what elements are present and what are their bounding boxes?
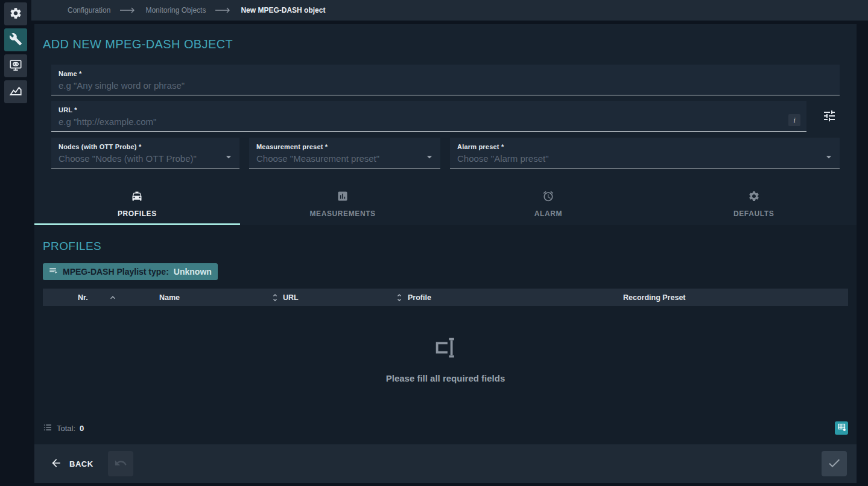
breadcrumb-arrow-icon bbox=[215, 7, 231, 13]
column-header-profile: Profile bbox=[408, 293, 431, 302]
back-button[interactable]: BACK bbox=[50, 457, 93, 471]
sort-icon[interactable] bbox=[394, 293, 404, 302]
sidebar-item-settings[interactable] bbox=[4, 2, 27, 25]
empty-state-message: Please fill all required fields bbox=[386, 373, 505, 383]
chevron-down-icon bbox=[223, 151, 235, 165]
input-cursor-icon bbox=[432, 334, 460, 364]
action-bar: BACK bbox=[34, 444, 857, 483]
column-header-name[interactable]: Name bbox=[159, 293, 180, 302]
monitor-eye-icon bbox=[9, 59, 22, 74]
measurement-preset-placeholder: Choose "Measurement preset" bbox=[256, 153, 433, 164]
alarm-clock-icon bbox=[542, 190, 554, 204]
tab-defaults[interactable]: DEFAULTS bbox=[651, 183, 857, 225]
playlist-icon bbox=[49, 266, 58, 277]
playlist-type-value: Unknown bbox=[174, 267, 212, 277]
arrow-left-icon bbox=[50, 457, 62, 471]
settings-gear-icon bbox=[9, 7, 22, 22]
tab-profiles[interactable]: PROFILES bbox=[34, 183, 240, 225]
preset-selects-row: Nodes (with OTT Probe) * Choose "Nodes (… bbox=[51, 138, 840, 168]
column-header-recording-preset: Recording Preset bbox=[623, 293, 686, 302]
chevron-down-icon bbox=[423, 151, 436, 165]
playlist-type-badge[interactable]: MPEG-DASH Playlist type: Unknown bbox=[43, 263, 218, 280]
section-tabs: PROFILES MEASUREMENTS ALARM DEFAULTS bbox=[34, 183, 857, 225]
sidebar-item-configuration-tools[interactable] bbox=[4, 28, 27, 51]
url-label: URL * bbox=[59, 106, 799, 114]
nodes-placeholder: Choose "Nodes (with OTT Probe)" bbox=[59, 153, 232, 164]
taxi-car-icon bbox=[131, 190, 143, 204]
table-settings-button[interactable] bbox=[835, 421, 848, 435]
tab-defaults-label: DEFAULTS bbox=[733, 209, 774, 218]
main-panel: ADD NEW MPEG-DASH OBJECT Name * URL * i … bbox=[34, 24, 857, 483]
name-input[interactable] bbox=[59, 80, 794, 91]
profiles-heading: PROFILES bbox=[43, 240, 848, 253]
back-button-label: BACK bbox=[69, 459, 93, 468]
total-counter: Total: 0 bbox=[43, 423, 84, 434]
name-label: Name * bbox=[59, 70, 832, 77]
empty-state: Please fill all required fields bbox=[43, 334, 848, 383]
info-icon: i bbox=[793, 115, 796, 125]
tab-measurements[interactable]: MEASUREMENTS bbox=[240, 183, 446, 225]
tab-profiles-label: PROFILES bbox=[118, 209, 157, 218]
alarm-preset-label: Alarm preset * bbox=[457, 143, 832, 150]
tab-alarm-label: ALARM bbox=[534, 209, 562, 218]
playlist-type-label: MPEG-DASH Playlist type: bbox=[63, 267, 169, 277]
table-footer: Total: 0 bbox=[43, 421, 848, 444]
chevron-down-icon bbox=[823, 151, 835, 165]
url-input[interactable] bbox=[59, 117, 762, 127]
list-icon bbox=[43, 423, 52, 434]
url-field: URL * i bbox=[51, 101, 806, 132]
sort-ascending-icon[interactable] bbox=[108, 293, 118, 302]
column-header-nr[interactable]: Nr. bbox=[78, 293, 88, 302]
nodes-label: Nodes (with OTT Probe) * bbox=[59, 143, 232, 150]
tab-alarm[interactable]: ALARM bbox=[446, 183, 651, 225]
gear-icon bbox=[748, 190, 760, 204]
table-settings-icon bbox=[837, 423, 846, 433]
tab-measurements-label: MEASUREMENTS bbox=[310, 209, 376, 218]
url-info-button[interactable]: i bbox=[788, 114, 800, 126]
alarm-preset-placeholder: Choose "Alarm preset" bbox=[457, 153, 832, 164]
nodes-select[interactable]: Nodes (with OTT Probe) * Choose "Nodes (… bbox=[51, 138, 239, 168]
measurement-preset-label: Measurement preset * bbox=[256, 143, 433, 150]
name-field: Name * bbox=[51, 65, 840, 95]
breadcrumb-arrow-icon bbox=[120, 7, 136, 13]
sort-icon[interactable] bbox=[270, 293, 280, 302]
checkmark-icon bbox=[827, 456, 841, 472]
advanced-settings-button[interactable] bbox=[822, 109, 837, 125]
sidebar-item-monitoring[interactable] bbox=[4, 54, 27, 77]
total-value: 0 bbox=[80, 424, 84, 433]
page-title: ADD NEW MPEG-DASH OBJECT bbox=[43, 37, 857, 51]
breadcrumb-monitoring-objects[interactable]: Monitoring Objects bbox=[145, 6, 206, 14]
column-header-url[interactable]: URL bbox=[283, 293, 299, 302]
tune-sliders-icon bbox=[822, 116, 837, 125]
undo-icon bbox=[114, 456, 127, 472]
profiles-table-header: Nr. Name URL Profile Recording Preset bbox=[43, 289, 848, 306]
measurement-preset-select[interactable]: Measurement preset * Choose "Measurement… bbox=[249, 138, 440, 168]
breadcrumb-current: New MPEG-DASH object bbox=[241, 6, 325, 14]
sidebar-item-analytics[interactable] bbox=[4, 80, 27, 103]
total-label: Total: bbox=[57, 424, 75, 433]
confirm-button[interactable] bbox=[822, 451, 847, 476]
breadcrumb-configuration[interactable]: Configuration bbox=[68, 6, 110, 14]
breadcrumb-bar: Configuration Monitoring Objects New MPE… bbox=[0, 0, 868, 21]
alarm-preset-select[interactable]: Alarm preset * Choose "Alarm preset" bbox=[450, 138, 840, 168]
bar-chart-icon bbox=[337, 190, 349, 204]
undo-button[interactable] bbox=[108, 451, 133, 476]
line-chart-icon bbox=[9, 85, 22, 100]
sidebar bbox=[0, 0, 31, 486]
wrench-build-icon bbox=[9, 33, 22, 48]
profiles-section: PROFILES MPEG-DASH Playlist type: Unknow… bbox=[34, 225, 857, 444]
url-row: URL * i bbox=[51, 101, 840, 132]
object-form: Name * URL * i Nodes (with OTT Probe) * … bbox=[51, 65, 840, 168]
